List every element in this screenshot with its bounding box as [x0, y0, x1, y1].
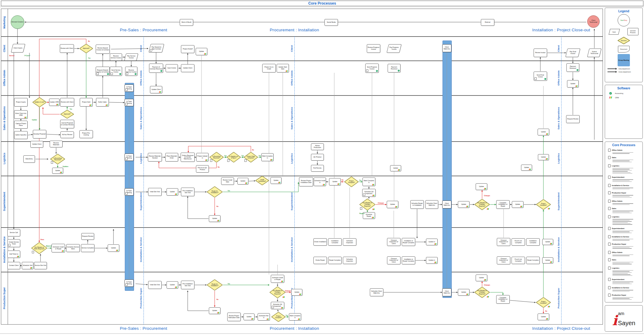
flow-node-l16[interactable]: Advise Production	[311, 143, 324, 150]
flow-node-s10[interactable]: Update or Lost?	[33, 97, 47, 107]
flow-node-p18[interactable]: Any Repairs or Changes Required?	[474, 287, 490, 298]
flow-node-l10[interactable]: Project Upload in	[196, 153, 209, 162]
flow-node-o7[interactable]: Update Client	[150, 86, 162, 93]
flow-node-su10[interactable]: Project Complete?	[344, 177, 358, 187]
flow-node-c11[interactable]: Client Walk-thru	[442, 44, 451, 52]
flow-node-s14[interactable]: Project Pre-meeting	[79, 130, 93, 138]
flow-node-c12[interactable]: Review Invoice	[534, 49, 547, 57]
flow-node-m4[interactable]: Referral	[481, 19, 494, 26]
flow-node-su22[interactable]: Complete Installation or Repair	[496, 200, 510, 209]
flow-node-c6[interactable]: Pay Service Invoice	[124, 53, 138, 61]
flow-node-ib3[interactable]: Installation Complete	[526, 238, 540, 246]
flow-node-su19[interactable]: Update	[458, 201, 470, 208]
flow-node-l13[interactable]: Project Order Complete?	[244, 152, 258, 162]
flow-node-s2[interactable]: Enter Client into CRM	[14, 110, 28, 119]
flow-node-p11[interactable]: Mark Complete in	[289, 313, 301, 321]
flow-node-c9[interactable]: Review Progress Invoice	[367, 44, 380, 53]
flow-node-l9[interactable]: Orders Received at Vendor Warehouse	[181, 153, 195, 162]
flow-node-p14[interactable]: Update	[291, 289, 302, 296]
flow-node-p22[interactable]: Update	[538, 314, 549, 320]
flow-node-c10[interactable]: Pay Progress Invoice	[387, 44, 402, 53]
flow-node-is6[interactable]: Service Site Visit	[34, 262, 47, 269]
flow-node-l15[interactable]: Pull out & QC Product	[196, 165, 209, 173]
flow-node-s11[interactable]: Update CRM	[49, 99, 59, 106]
flow-node-su7[interactable]: Review Project Installation Date	[299, 177, 313, 186]
flow-node-o13[interactable]: Update Start Date	[277, 64, 289, 72]
flow-node-su20[interactable]: Any Repairs or Changes Required?	[474, 199, 490, 210]
flow-node-is11[interactable]: Request Review	[81, 233, 94, 240]
flow-node-su28[interactable]: Install Scheduled?	[255, 176, 269, 185]
flow-node-l12[interactable]: Is Supplier out of Spec?	[227, 152, 241, 162]
flow-node-l4[interactable]: Is Everything Received?	[50, 154, 65, 164]
flow-node-c4[interactable]: Review Deposit Invoice & Contract	[96, 45, 110, 54]
flow-node-su26[interactable]: Review Install Date	[221, 177, 234, 185]
flow-node-p3[interactable]: Update	[167, 281, 178, 289]
flow-node-s4[interactable]: Gather Specifics	[14, 131, 28, 139]
flow-node-p16[interactable]: Client Walk-thru	[442, 288, 451, 296]
flow-node-l6[interactable]: At Team Meeting	[125, 154, 134, 161]
flow-node-c1[interactable]: Client Inquiry	[11, 44, 25, 53]
flow-node-is8[interactable]: Schedule Install or Repair	[52, 244, 65, 252]
flow-node-is5[interactable]: Schedule Visit	[22, 262, 33, 269]
flow-node-l3[interactable]: Data Entry	[23, 155, 35, 163]
flow-node-m2[interactable]: Word of Mouth	[180, 19, 193, 26]
flow-node-su24[interactable]: Project Complete?	[536, 199, 551, 210]
flow-node-ia8[interactable]: Repair Complete	[328, 257, 342, 264]
flow-node-p21[interactable]: Project Complete?	[536, 297, 551, 308]
flow-node-is9[interactable]: Complete Service Work	[66, 244, 80, 252]
flow-node-is10[interactable]: Service Complete	[81, 244, 94, 252]
flow-node-c2[interactable]: Review with Client	[60, 44, 74, 53]
flow-node-s16[interactable]: Request Review	[566, 115, 580, 123]
flow-node-o6[interactable]: Update Client	[181, 64, 194, 72]
flow-node-c7[interactable]: Pay Deposit & Sign Contract	[149, 44, 164, 53]
flow-node-l18[interactable]: Pull Permits	[311, 165, 324, 172]
flow-node-s6[interactable]: Ad-hoc Review	[60, 131, 74, 138]
flow-node-u1[interactable]: Update	[538, 129, 549, 135]
flow-node-ib1[interactable]: Closeout Inspection w/ Client	[497, 238, 510, 246]
flow-node-su18[interactable]: Client Walk-thru	[442, 201, 451, 208]
flow-node-su23[interactable]: Update	[512, 201, 523, 208]
flow-node-o19[interactable]: Update	[567, 80, 579, 88]
flow-node-p19[interactable]: Update	[476, 275, 487, 281]
flow-node-is4[interactable]: Contact Client	[7, 262, 20, 269]
flow-node-su9[interactable]: Update	[329, 178, 341, 185]
flow-node-su2[interactable]: Initial Site Visit	[148, 188, 162, 196]
flow-node-p12[interactable]: Schedule Install or Repair	[271, 275, 284, 283]
flow-node-l14[interactable]: Mark Complete in	[261, 153, 274, 161]
flow-node-su29[interactable]: Update	[270, 177, 282, 184]
flow-node-m3[interactable]: Social Media	[324, 19, 338, 26]
flow-node-is1[interactable]: Service Call	[7, 229, 20, 236]
flow-node-is12[interactable]: Update	[108, 244, 119, 252]
flow-node-p8[interactable]: Update	[243, 314, 255, 320]
flow-node-su21[interactable]: Update	[476, 183, 487, 190]
flow-node-p1[interactable]: At Team Meeting	[125, 279, 134, 287]
flow-node-o17[interactable]: Send Final Invoice✓	[534, 72, 547, 81]
flow-node-o3[interactable]: Receive Service Invoice✓	[125, 67, 137, 76]
flow-node-p7[interactable]: Review Project Fabrication Date	[227, 313, 241, 321]
flow-node-p13[interactable]: Any Repairs or Changes Required?	[270, 286, 286, 298]
flow-node-l1[interactable]: Update Client	[30, 141, 43, 148]
flow-node-l20[interactable]: Update	[521, 165, 532, 171]
flow-node-p4[interactable]: Pre-Installation Site Visit	[181, 281, 194, 289]
flow-node-ia12[interactable]: Update in	[426, 257, 438, 264]
flow-node-is7[interactable]: Any Repairs or Parts Required?	[31, 242, 47, 254]
flow-node-s1[interactable]: Project Inquiry	[14, 98, 28, 107]
flow-node-s5[interactable]: Develop Proposal	[33, 130, 46, 138]
flow-node-s9[interactable]: Review with Client	[60, 98, 74, 107]
flow-node-su5[interactable]: Ready for Installation?	[207, 186, 223, 197]
flow-node-su13[interactable]: Any Repairs or Changes Required?	[359, 199, 375, 210]
flow-node-c13[interactable]: Pay Final Invoice	[565, 49, 581, 57]
flow-node-c14[interactable]: Submit Testimonial	[587, 49, 602, 57]
flow-node-s15[interactable]: At Team Meeting	[125, 99, 134, 106]
flow-node-s12[interactable]: Project Sold	[80, 98, 93, 107]
flow-node-l2[interactable]: Receive Materials	[50, 141, 63, 147]
flow-node-su4[interactable]: Pre-Installation Site Visit	[181, 188, 194, 196]
flow-node-p2[interactable]: Initial Site Visit	[148, 281, 162, 289]
flow-node-ia6[interactable]: Update in	[426, 239, 438, 245]
flow-node-l19[interactable]: Update	[390, 165, 401, 171]
flow-node-o16[interactable]: Payment Received✓	[388, 64, 401, 72]
flow-node-is3[interactable]: Add Ticket to	[7, 251, 20, 258]
flow-node-o9[interactable]: Update	[196, 48, 207, 55]
flow-node-l21[interactable]: Update	[538, 154, 549, 160]
flow-node-c3[interactable]: Approved?	[79, 44, 93, 53]
